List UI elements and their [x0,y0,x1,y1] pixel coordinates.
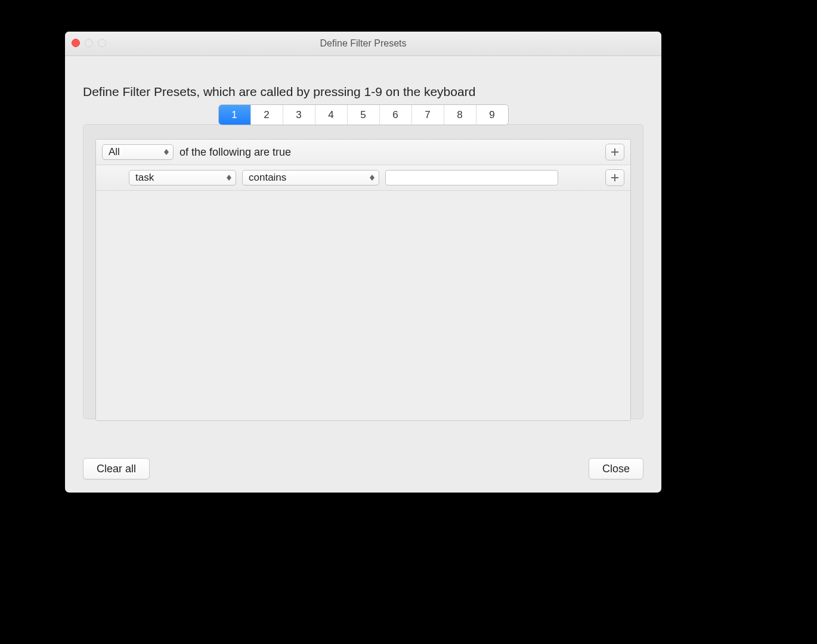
rule-header-row: All of the following are true [96,140,630,165]
rule-operator-popup[interactable]: contains [242,170,379,185]
instruction-text: Define Filter Presets, which are called … [83,85,643,99]
rule-body-empty [96,191,630,420]
preset-tab-6[interactable]: 6 [380,105,412,125]
add-rule-button[interactable] [605,169,624,186]
preset-tab-9[interactable]: 9 [476,105,508,125]
preset-tab-1[interactable]: 1 [219,105,251,125]
preset-tab-8[interactable]: 8 [444,105,476,125]
rules-panel: All of the following are true [83,124,643,419]
chevrons-icon [369,175,375,181]
preset-tab-strip: 1 2 3 4 5 6 7 8 9 [83,105,643,125]
clear-all-button[interactable]: Clear all [83,458,150,479]
close-button[interactable]: Close [589,458,643,479]
chevrons-icon [226,175,232,181]
close-window-button[interactable] [72,39,80,47]
rule-operator-value: contains [249,172,286,184]
titlebar: Define Filter Presets [65,32,661,56]
plus-icon [611,148,618,156]
preset-tab-3[interactable]: 3 [283,105,315,125]
rule-condition-row: task contains [96,165,630,191]
window-title: Define Filter Presets [320,38,407,49]
preset-tab-group: 1 2 3 4 5 6 7 8 9 [219,105,508,125]
dialog-window: Define Filter Presets Define Filter Pres… [65,32,661,493]
content-area: Define Filter Presets, which are called … [65,56,661,419]
minimize-window-button [85,39,93,47]
zoom-window-button [98,39,106,47]
preset-tab-5[interactable]: 5 [348,105,380,125]
footer: Clear all Close [83,458,643,479]
plus-icon [611,174,618,181]
rule-field-popup[interactable]: task [129,170,236,185]
match-mode-popup[interactable]: All [102,144,174,160]
rule-editor: All of the following are true [95,139,631,421]
rule-value-input[interactable] [385,170,558,185]
preset-tab-4[interactable]: 4 [315,105,348,125]
preset-tab-7[interactable]: 7 [412,105,444,125]
rule-field-value: task [135,172,154,184]
traffic-lights [72,39,106,47]
match-mode-value: All [109,146,120,158]
chevrons-icon [163,149,169,155]
preset-tab-2[interactable]: 2 [251,105,283,125]
add-rule-group-button[interactable] [605,144,624,160]
match-suffix-text: of the following are true [180,146,291,159]
